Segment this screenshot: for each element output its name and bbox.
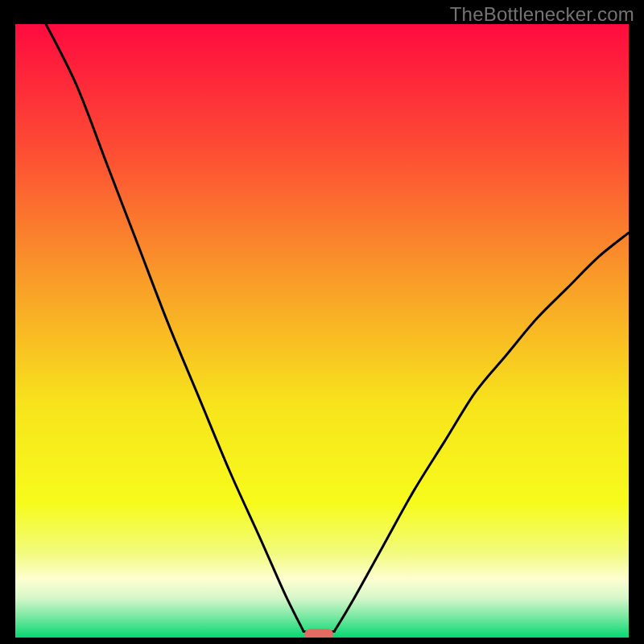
plot-area	[15, 24, 629, 638]
chart-container: TheBottlenecker.com	[0, 0, 644, 644]
optimal-marker	[304, 629, 333, 638]
gradient-background	[15, 24, 629, 638]
bottleneck-chart	[15, 24, 629, 638]
watermark-text: TheBottlenecker.com	[450, 3, 634, 26]
